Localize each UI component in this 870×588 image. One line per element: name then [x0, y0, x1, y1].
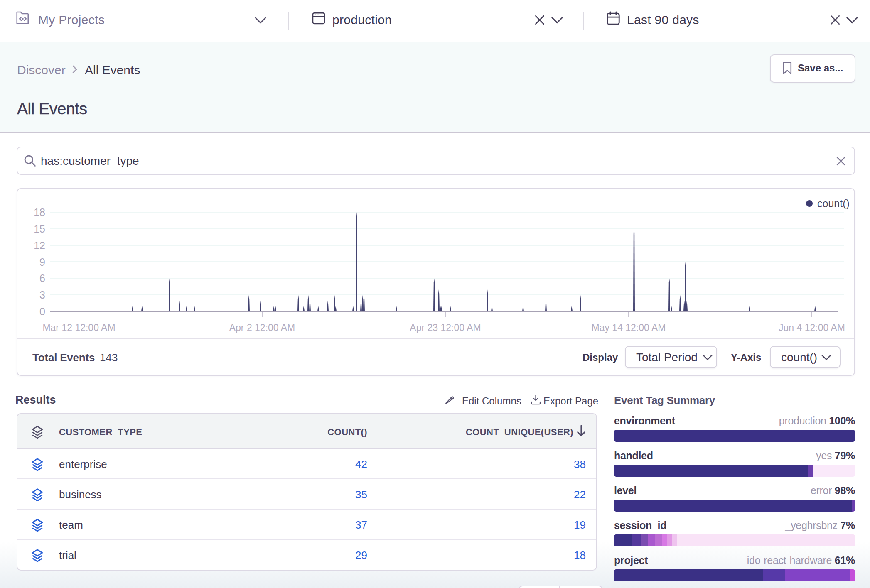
- svg-text:count(): count(): [817, 198, 850, 209]
- svg-text:12: 12: [34, 240, 45, 251]
- svg-text:18: 18: [34, 206, 45, 218]
- svg-text:Mar 12 12:00 AM: Mar 12 12:00 AM: [42, 322, 115, 333]
- svg-text:0: 0: [39, 306, 45, 317]
- svg-text:6: 6: [39, 272, 45, 284]
- svg-text:May 14 12:00 AM: May 14 12:00 AM: [592, 322, 666, 333]
- svg-text:Apr 23 12:00 AM: Apr 23 12:00 AM: [410, 322, 481, 333]
- svg-text:9: 9: [39, 256, 45, 268]
- svg-text:Jun 4 12:00 AM: Jun 4 12:00 AM: [779, 322, 845, 333]
- svg-text:3: 3: [39, 289, 45, 301]
- svg-text:15: 15: [34, 223, 45, 235]
- svg-text:Apr 2 12:00 AM: Apr 2 12:00 AM: [229, 322, 295, 333]
